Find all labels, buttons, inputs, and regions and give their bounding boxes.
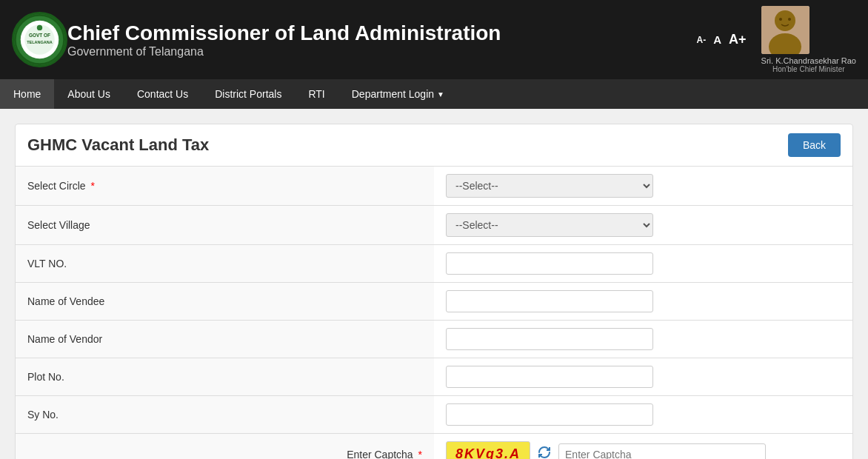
font-decrease-button[interactable]: A- xyxy=(697,35,707,45)
input-cell-vendee xyxy=(434,283,852,321)
svg-text:TELANGANA: TELANGANA xyxy=(27,40,53,44)
label-vendee: Name of Vendee xyxy=(16,283,434,321)
sy-no-input[interactable] xyxy=(446,403,653,426)
photo-placeholder xyxy=(761,6,809,54)
page-title: GHMC Vacant Land Tax xyxy=(27,135,209,155)
dropdown-arrow-icon: ▼ xyxy=(437,90,444,98)
table-row-sy-no: Sy No. xyxy=(16,396,852,434)
input-cell-select-village: --Select-- xyxy=(434,206,852,245)
font-normal-button[interactable]: A xyxy=(713,33,721,46)
chief-minister-title: Hon'ble Chief Minister xyxy=(761,65,856,73)
select-village-dropdown[interactable]: --Select-- xyxy=(446,213,653,237)
site-logo: GOVT OF TELANGANA xyxy=(12,12,67,67)
captcha-input[interactable] xyxy=(558,443,766,460)
site-title: Chief Commissioner of Land Administratio… xyxy=(67,21,697,46)
svg-text:GOVT OF: GOVT OF xyxy=(29,33,50,38)
label-select-village: Select Village xyxy=(16,206,434,245)
site-subtitle: Government of Telangana xyxy=(67,45,697,58)
main-content: GHMC Vacant Land Tax Back Select Circle … xyxy=(0,109,868,459)
label-vlt-no: VLT NO. xyxy=(16,245,434,283)
form-table: Select Circle * --Select-- Select Villag… xyxy=(16,167,852,459)
input-cell-select-circle: --Select-- xyxy=(434,167,852,206)
svg-point-9 xyxy=(779,18,782,21)
table-row-select-circle: Select Circle * --Select-- xyxy=(16,167,852,206)
vendee-input[interactable] xyxy=(446,290,653,312)
header-title-block: Chief Commissioner of Land Administratio… xyxy=(67,21,697,59)
table-row-vlt-no: VLT NO. xyxy=(16,245,852,283)
label-vendor: Name of Vendor xyxy=(16,321,434,358)
table-row-vendee: Name of Vendee xyxy=(16,283,852,321)
chief-minister-name: Sri. K.Chandrasekhar Rao xyxy=(761,56,856,65)
label-plot-no: Plot No. xyxy=(16,358,434,396)
font-increase-button[interactable]: A+ xyxy=(729,32,747,47)
chief-minister-photo xyxy=(761,6,809,54)
table-row-plot-no: Plot No. xyxy=(16,358,852,396)
label-select-circle: Select Circle * xyxy=(16,167,434,206)
nav-item-district-portals[interactable]: District Portals xyxy=(201,79,295,109)
input-cell-plot-no xyxy=(434,358,852,396)
captcha-refresh-icon[interactable] xyxy=(536,444,552,459)
form-card: GHMC Vacant Land Tax Back Select Circle … xyxy=(15,124,853,459)
nav-item-department-login[interactable]: Department Login ▼ xyxy=(338,79,458,109)
back-button[interactable]: Back xyxy=(788,133,841,157)
captcha-image: 8KVg3.A xyxy=(446,441,530,459)
svg-point-7 xyxy=(775,10,795,31)
table-row-captcha: Enter Captcha * 8KVg3.A xyxy=(16,434,852,460)
vlt-no-input[interactable] xyxy=(446,252,653,275)
svg-point-10 xyxy=(788,18,791,21)
input-cell-vendor xyxy=(434,321,852,358)
input-cell-captcha: 8KVg3.A xyxy=(434,434,852,460)
input-cell-sy-no xyxy=(434,396,852,434)
table-row-vendor: Name of Vendor xyxy=(16,321,852,358)
main-navigation: Home About Us Contact Us District Portal… xyxy=(0,79,868,109)
required-star-captcha: * xyxy=(418,449,422,460)
site-header: GOVT OF TELANGANA Chief Commissioner of … xyxy=(0,0,868,79)
nav-item-home[interactable]: Home xyxy=(0,79,54,109)
nav-item-contact-us[interactable]: Contact Us xyxy=(124,79,201,109)
label-sy-no: Sy No. xyxy=(16,396,434,434)
form-card-header: GHMC Vacant Land Tax Back xyxy=(16,124,852,167)
captcha-area: 8KVg3.A xyxy=(446,441,841,459)
font-size-controls: A- A A+ xyxy=(697,32,747,47)
input-cell-vlt-no xyxy=(434,245,852,283)
select-circle-dropdown[interactable]: --Select-- xyxy=(446,174,653,198)
table-row-select-village: Select Village --Select-- xyxy=(16,206,852,245)
svg-point-5 xyxy=(37,25,42,30)
label-captcha: Enter Captcha * xyxy=(16,434,434,460)
plot-no-input[interactable] xyxy=(446,366,653,388)
nav-item-about-us[interactable]: About Us xyxy=(54,79,124,109)
required-star-circle: * xyxy=(90,180,94,192)
nav-item-rti[interactable]: RTI xyxy=(295,79,338,109)
vendor-input[interactable] xyxy=(446,328,653,350)
chief-minister-block: Sri. K.Chandrasekhar Rao Hon'ble Chief M… xyxy=(761,6,856,73)
